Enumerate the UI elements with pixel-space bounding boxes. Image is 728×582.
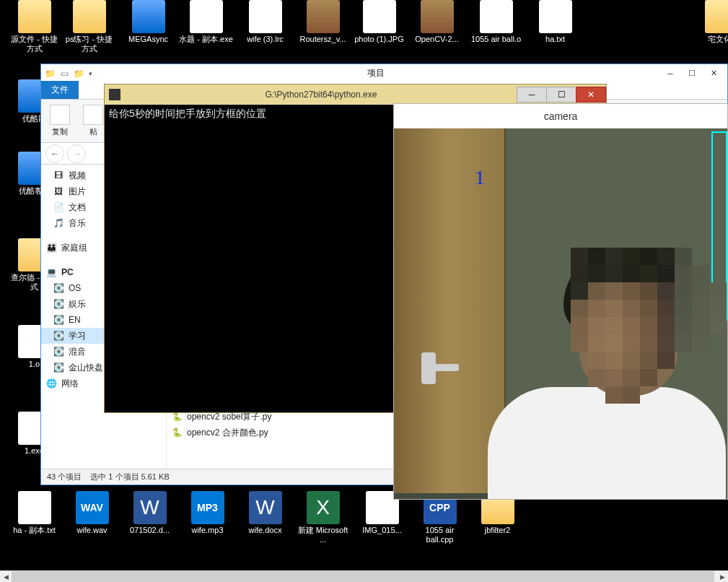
desktop-icon-label: jbfilter2 [470, 526, 525, 535]
desktop-icon[interactable]: MEGAsync [121, 0, 175, 44]
tree-item-icon: 👪 [45, 242, 57, 253]
desktop-icon[interactable]: OpenCV-2... [410, 0, 464, 44]
desktop-icon[interactable]: Wwife.docx [238, 491, 292, 535]
desktop-icon-label: wife.mp3 [180, 526, 234, 535]
close-button[interactable]: ✕ [703, 66, 724, 81]
ribbon-copy-button[interactable]: 复制 [45, 102, 74, 140]
desktop-icon[interactable]: W071502.d... [123, 491, 177, 535]
console-minimize-button[interactable]: ─ [517, 87, 547, 103]
tab-file[interactable]: 文件 [41, 81, 79, 99]
scroll-left-icon[interactable]: ◀ [0, 571, 12, 583]
desktop-icon[interactable]: 水题 - 副本.exe [179, 0, 233, 44]
tree-item-label: PC [61, 267, 74, 277]
desktop-icon-label: wife (3).lrc [238, 35, 292, 44]
tree-item-icon: 💽 [53, 330, 64, 342]
scroll-track[interactable] [12, 571, 716, 583]
ribbon-paste-button[interactable]: 粘 [79, 102, 108, 140]
tree-item-label: 网络 [61, 378, 79, 390]
desktop-icon-glyph [18, 0, 51, 33]
desktop-icon-glyph [132, 0, 165, 33]
desktop-icon[interactable]: Routersz_v... [296, 0, 350, 44]
console-close-button[interactable]: ✕ [576, 87, 606, 103]
desktop-icon-glyph [18, 491, 51, 524]
nav-back-button[interactable]: ← [45, 144, 64, 163]
desktop-icon-glyph: MP3 [191, 491, 224, 524]
tree-item-icon: 📄 [53, 201, 64, 213]
tree-item-label: OS [69, 283, 81, 293]
desktop-icon-label: OpenCV-2... [410, 35, 464, 44]
desktop-icon-label: 1055 air ball.cpp [413, 526, 467, 544]
desktop-icon-label: 071502.d... [123, 526, 177, 535]
desktop-icon-label: wife.wav [65, 526, 119, 535]
desktop-icon-glyph [249, 0, 282, 33]
status-selection: 选中 1 个项目 5.61 KB [90, 472, 169, 482]
tree-item-label: 家庭组 [61, 242, 87, 254]
camera-window: camera 1 [393, 103, 728, 500]
console-titlebar[interactable]: G:\Python27bit64\python.exe ─ ☐ ✕ [105, 84, 606, 105]
maximize-button[interactable]: ☐ [681, 66, 703, 81]
desktop-icon-label: 1055 air ball.o [469, 35, 523, 44]
tree-item-label: EN [69, 315, 81, 325]
scroll-thumb[interactable] [12, 571, 714, 583]
tree-item-icon: 💽 [53, 346, 64, 357]
desktop-icon-label: ha.txt [528, 35, 582, 44]
tree-item-icon: 💽 [53, 282, 64, 294]
desktop-icon[interactable]: MP3wife.mp3 [180, 491, 234, 535]
desktop-icon[interactable]: 源文件 - 快捷方式 [7, 0, 61, 53]
desktop-icon-glyph [539, 0, 572, 33]
desktop-icon-label: photo (1).JPG [352, 35, 406, 44]
qat-properties-icon[interactable]: ▭ [58, 68, 70, 79]
desktop-icon[interactable]: 宅文化- [694, 0, 728, 44]
desktop-icon[interactable]: ps练习 - 快捷方式 [62, 0, 116, 53]
tree-item-label: 音乐 [69, 217, 86, 230]
desktop-icon-glyph: W [133, 491, 167, 524]
desktop-icon[interactable]: ha.txt [528, 0, 582, 44]
tree-item-icon: 🎞 [53, 170, 64, 181]
nav-forward-button[interactable]: → [67, 144, 86, 163]
desktop-icon[interactable]: WAVwife.wav [65, 491, 119, 535]
python-file-icon: 🐍 [171, 427, 183, 438]
page-h-scrollbar[interactable]: ◀ ▶ [0, 570, 728, 582]
desktop-icon-label: 宅文化- [694, 35, 728, 44]
desktop-icon-label: MEGAsync [121, 35, 175, 44]
tree-item-icon: 🌐 [45, 378, 57, 389]
qat-newfolder-icon[interactable]: 📁 [73, 68, 84, 79]
desktop-icon-glyph [73, 0, 106, 33]
desktop-icon[interactable]: wife (3).lrc [238, 0, 292, 44]
desktop-icon[interactable]: ha - 副本.txt [7, 491, 61, 535]
desktop-icon[interactable]: X新建 Microsoft ... [296, 491, 350, 544]
tree-item-icon: 💻 [45, 266, 57, 278]
explorer-titlebar[interactable]: 📁 ▭ 📁 ▾ 项目 ─ ☐ ✕ [41, 64, 727, 82]
desktop-icon-label: 源文件 - 快捷方式 [7, 35, 61, 53]
paste-icon [83, 105, 103, 125]
desktop-icon-label: 水题 - 副本.exe [179, 35, 233, 44]
minimize-button[interactable]: ─ [659, 66, 681, 81]
desktop-icon-glyph: WAV [76, 491, 109, 524]
console-icon [109, 89, 120, 100]
desktop-icon-label: 新建 Microsoft ... [296, 526, 350, 544]
ribbon-copy-label: 复制 [52, 126, 68, 137]
desktop-icon-glyph [363, 0, 396, 33]
console-maximize-button[interactable]: ☐ [546, 87, 576, 103]
file-name: opencv2 合并颜色.py [187, 427, 268, 439]
desktop-icon[interactable]: photo (1).JPG [352, 0, 406, 44]
scroll-right-icon[interactable]: ▶ [716, 571, 728, 583]
camera-feed: 1 [394, 129, 727, 499]
desktop-icon-label: ha - 副本.txt [7, 526, 61, 535]
desktop-icon-label: ps练习 - 快捷方式 [62, 35, 116, 53]
status-item-count: 43 个项目 [47, 472, 82, 482]
tree-item-label: 娱乐 [69, 298, 86, 310]
folder-icon: 📁 [44, 68, 56, 79]
camera-annotation: 1 [475, 168, 485, 188]
console-title: G:\Python27bit64\python.exe [125, 90, 517, 100]
camera-title: camera [394, 104, 727, 129]
tree-item-label: 视频 [69, 170, 86, 182]
desktop-icon-glyph [421, 0, 454, 33]
tree-item-icon: 💽 [53, 298, 64, 310]
desktop-icon-glyph: X [307, 491, 340, 524]
desktop-icon[interactable]: 1055 air ball.o [469, 0, 523, 44]
tree-item-icon: 💽 [53, 314, 64, 326]
tree-item-label: 图片 [69, 186, 86, 198]
desktop-icon-label: Routersz_v... [296, 35, 350, 44]
tree-item-label: 学习 [69, 330, 86, 342]
